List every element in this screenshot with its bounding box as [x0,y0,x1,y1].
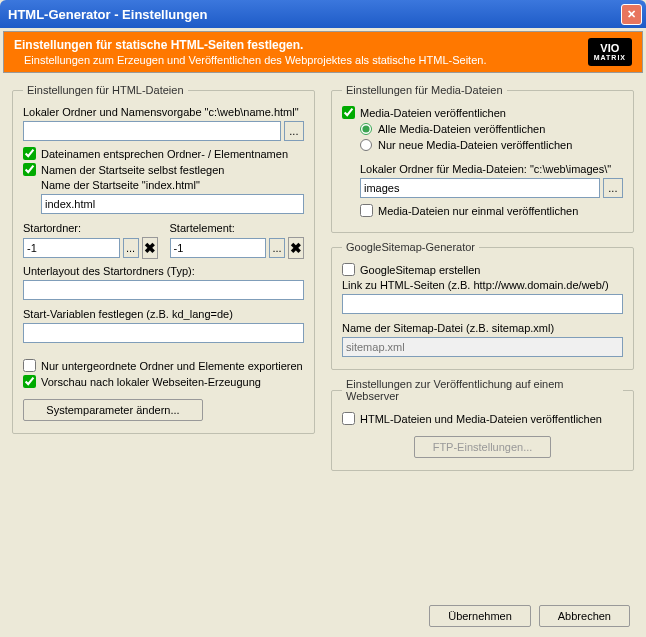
media-browse-button[interactable]: ... [603,178,623,198]
startpage-checkbox-label: Namen der Startseite selbst festlegen [41,164,224,176]
underlayout-label: Unterlayout des Startordners (Typ): [23,265,304,277]
startfolder-label: Startordner: [23,222,158,234]
sitemap-legend: GoogleSitemap-Generator [342,241,479,253]
startelement-label: Startelement: [170,222,305,234]
system-params-button[interactable]: Systemparameter ändern... [23,399,203,421]
startfolder-input[interactable] [23,238,120,258]
media-publish-checkbox[interactable] [342,106,355,119]
cancel-button[interactable]: Abbrechen [539,605,630,627]
local-folder-input[interactable] [23,121,281,141]
sitemap-create-checkbox[interactable] [342,263,355,276]
webserver-legend: Einstellungen zur Veröffentlichung auf e… [342,378,623,402]
webserver-publish-checkbox[interactable] [342,412,355,425]
close-button[interactable]: ✕ [621,4,642,25]
preview-label: Vorschau nach lokaler Webseiten-Erzeugun… [41,376,261,388]
sitemap-group: GoogleSitemap-Generator GoogleSitemap er… [331,241,634,370]
startelement-clear-button[interactable]: ✖ [288,237,304,259]
subordinate-checkbox[interactable] [23,359,36,372]
media-publish-label: Media-Dateien veröffentlichen [360,107,506,119]
filenames-checkbox[interactable] [23,147,36,160]
underlayout-input[interactable] [23,280,304,300]
media-all-radio[interactable] [360,123,372,135]
html-legend: Einstellungen für HTML-Dateien [23,84,188,96]
startvars-label: Start-Variablen festlegen (z.B. kd_lang=… [23,308,304,320]
browse-folder-button[interactable]: ... [284,121,304,141]
startpage-name-label: Name der Startseite "index.html" [41,179,304,191]
sitemap-link-label: Link zu HTML-Seiten (z.B. http://www.dom… [342,279,623,291]
startfolder-browse-button[interactable]: ... [123,238,139,258]
subordinate-label: Nur untergeordnete Ordner und Elemente e… [41,360,303,372]
startpage-name-input[interactable] [41,194,304,214]
sitemap-name-label: Name der Sitemap-Datei (z.B. sitemap.xml… [342,322,623,334]
local-folder-label: Lokaler Ordner und Namensvorgabe "c:\web… [23,106,304,118]
media-once-checkbox[interactable] [360,204,373,217]
titlebar: HTML-Generator - Einstellungen ✕ [0,0,646,28]
webserver-group: Einstellungen zur Veröffentlichung auf e… [331,378,634,471]
startelement-input[interactable] [170,238,267,258]
media-all-label: Alle Media-Dateien veröffentlichen [378,123,545,135]
startelement-browse-button[interactable]: ... [269,238,285,258]
sitemap-create-label: GoogleSitemap erstellen [360,264,480,276]
media-once-label: Media-Dateien nur einmal veröffentlichen [378,205,578,217]
sitemap-link-input[interactable] [342,294,623,314]
banner: Einstellungen für statische HTML-Seiten … [3,31,643,73]
media-legend: Einstellungen für Media-Dateien [342,84,507,96]
html-settings-group: Einstellungen für HTML-Dateien Lokaler O… [12,84,315,434]
filenames-label: Dateinamen entsprechen Ordner- / Element… [41,148,288,160]
sitemap-name-input [342,337,623,357]
banner-title: Einstellungen für statische HTML-Seiten … [14,38,588,52]
webserver-publish-label: HTML-Dateien und Media-Dateien veröffent… [360,413,602,425]
media-settings-group: Einstellungen für Media-Dateien Media-Da… [331,84,634,233]
media-new-radio[interactable] [360,139,372,151]
media-new-label: Nur neue Media-Dateien veröffentlichen [378,139,572,151]
media-folder-label: Lokaler Ordner für Media-Dateien: "c:\we… [360,163,623,175]
startfolder-clear-button[interactable]: ✖ [142,237,158,259]
apply-button[interactable]: Übernehmen [429,605,531,627]
window-title: HTML-Generator - Einstellungen [4,7,621,22]
startpage-checkbox[interactable] [23,163,36,176]
startvars-input[interactable] [23,323,304,343]
preview-checkbox[interactable] [23,375,36,388]
banner-subtitle: Einstellungen zum Erzeugen und Veröffent… [14,54,588,66]
logo: VIO MATRIX [588,38,632,66]
ftp-settings-button: FTP-Einstellungen... [414,436,552,458]
media-folder-input[interactable] [360,178,600,198]
